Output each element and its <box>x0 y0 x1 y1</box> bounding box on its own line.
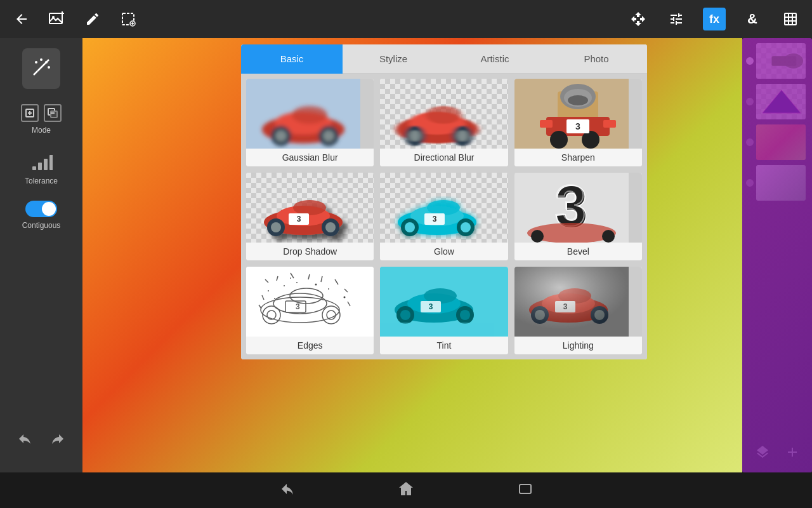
svg-rect-8 <box>785 13 796 25</box>
effect-drop-shadow[interactable]: 3 Drop Shadow <box>246 173 374 260</box>
effect-lighting[interactable]: 3 Lighting <box>514 267 642 354</box>
back-button[interactable] <box>10 8 33 30</box>
toolbar-center: fx & <box>627 8 802 30</box>
edges-thumb: 3 <box>246 267 374 337</box>
sliders-button[interactable] <box>665 8 688 30</box>
svg-rect-54 <box>540 120 553 128</box>
svg-point-16 <box>48 66 50 69</box>
svg-point-62 <box>293 200 326 215</box>
fx-modal: Basic Stylize Artistic Photo <box>241 44 647 359</box>
svg-point-13 <box>35 61 37 64</box>
svg-rect-133 <box>514 267 629 337</box>
bevel-label: Bevel <box>514 243 642 260</box>
svg-rect-25 <box>32 166 36 170</box>
layer-2-thumb[interactable] <box>756 84 806 119</box>
magic-wand-button[interactable] <box>22 48 60 89</box>
svg-text:3: 3 <box>296 302 300 311</box>
sidebar-contiguous: Contiguous <box>22 201 61 230</box>
svg-point-119 <box>460 310 470 320</box>
nav-home-button[interactable] <box>397 480 415 500</box>
svg-text:3: 3 <box>575 121 580 131</box>
svg-point-105 <box>296 282 298 283</box>
mode-subtract-icon[interactable] <box>44 104 62 122</box>
layer-2-row <box>742 84 812 119</box>
svg-point-82 <box>531 230 544 243</box>
effect-bevel[interactable]: 3 3 Bevel <box>514 173 642 260</box>
svg-rect-26 <box>38 163 42 170</box>
tab-bar: Basic Stylize Artistic Photo <box>241 44 647 74</box>
tab-photo[interactable]: Photo <box>546 44 647 74</box>
fx-button[interactable]: fx <box>703 8 726 30</box>
tab-artistic[interactable]: Artistic <box>444 44 546 74</box>
svg-point-108 <box>274 298 275 299</box>
combine-button[interactable]: & <box>741 8 764 30</box>
toolbar-left <box>10 8 140 30</box>
svg-text:3: 3 <box>297 215 301 224</box>
pencil-button[interactable] <box>81 8 104 30</box>
move-button[interactable] <box>627 8 650 30</box>
mode-icons-group <box>21 104 62 122</box>
svg-point-39 <box>323 130 334 142</box>
svg-point-107 <box>328 288 329 290</box>
svg-text:3: 3 <box>433 215 437 224</box>
effect-gaussian-blur[interactable]: Gaussian Blur <box>246 79 374 166</box>
glow-thumb: 3 <box>380 173 508 243</box>
effect-sharpen[interactable]: 3 Sharpen <box>514 79 642 166</box>
svg-point-38 <box>275 130 287 142</box>
mode-add-icon[interactable] <box>21 104 39 122</box>
svg-rect-84 <box>246 267 360 337</box>
contiguous-toggle[interactable] <box>25 201 57 217</box>
tolerance-label: Tolerance <box>25 177 58 185</box>
svg-point-118 <box>400 310 410 320</box>
effect-directional-blur[interactable]: Directional Blur <box>380 79 508 166</box>
svg-point-104 <box>284 285 285 286</box>
svg-rect-0 <box>49 13 62 23</box>
svg-point-66 <box>325 222 336 232</box>
sharpen-label: Sharpen <box>514 149 642 166</box>
toggle-knob <box>42 202 56 216</box>
undo-button[interactable] <box>17 432 35 452</box>
svg-text:3: 3 <box>429 302 433 311</box>
svg-rect-55 <box>603 120 616 128</box>
svg-rect-134 <box>520 485 531 493</box>
effect-tint[interactable]: 3 Tint <box>380 267 508 354</box>
svg-point-45 <box>409 130 421 142</box>
svg-point-46 <box>457 130 468 142</box>
tab-basic[interactable]: Basic <box>241 44 343 74</box>
bottom-bar <box>0 472 812 508</box>
svg-marker-31 <box>763 90 801 113</box>
svg-rect-28 <box>49 155 53 170</box>
resize-button[interactable] <box>779 8 802 30</box>
glow-label: Glow <box>380 243 508 260</box>
svg-point-111 <box>290 277 291 279</box>
drop-shadow-label: Drop Shadow <box>246 243 374 260</box>
selection-button[interactable] <box>117 8 140 30</box>
nav-recents-button[interactable] <box>516 480 534 500</box>
nav-back-button[interactable] <box>278 480 296 500</box>
undo-redo-group <box>17 432 65 462</box>
redo-button[interactable] <box>48 432 65 452</box>
svg-point-52 <box>568 95 588 105</box>
tab-stylize[interactable]: Stylize <box>343 44 444 74</box>
svg-point-56 <box>550 131 568 149</box>
mode-label: Mode <box>32 126 51 135</box>
effect-edges[interactable]: 3 Edges <box>246 267 374 354</box>
top-toolbar: fx & <box>0 0 812 38</box>
add-image-button[interactable] <box>46 8 69 30</box>
gaussian-blur-thumb <box>246 79 374 149</box>
svg-point-14 <box>40 58 43 61</box>
directional-blur-label: Directional Blur <box>380 149 508 166</box>
sharpen-thumb: 3 <box>514 79 642 149</box>
svg-line-18 <box>34 71 37 75</box>
lighting-label: Lighting <box>514 337 642 354</box>
right-panel <box>742 38 812 472</box>
svg-point-83 <box>602 230 615 243</box>
svg-point-35 <box>292 106 327 124</box>
svg-point-65 <box>271 222 281 232</box>
gaussian-blur-label: Gaussian Blur <box>246 149 374 166</box>
svg-point-57 <box>582 131 599 149</box>
sidebar-mode: Mode <box>21 104 62 135</box>
effect-glow[interactable]: 3 Glow <box>380 173 508 260</box>
svg-point-106 <box>315 284 317 286</box>
tint-label: Tint <box>380 337 508 354</box>
